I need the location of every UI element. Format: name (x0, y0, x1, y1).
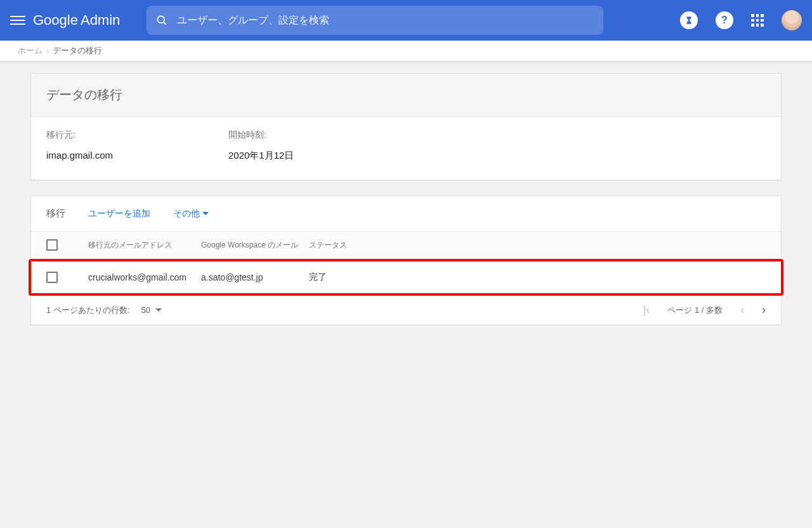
select-all-checkbox[interactable] (46, 239, 58, 251)
avatar[interactable] (782, 10, 802, 30)
table-header: 移行元のメールアドレス Google Workspace のメール ステータス (31, 232, 781, 259)
search-box[interactable] (147, 6, 603, 35)
source-block: 移行元: imap.gmail.com (46, 129, 228, 162)
source-label: 移行元: (46, 129, 228, 141)
help-icon[interactable]: ? (716, 11, 733, 29)
start-block: 開始時刻: 2020年1月12日 (228, 129, 410, 162)
col-status: ステータス (309, 240, 398, 251)
svg-line-1 (164, 22, 166, 25)
row-status: 完了 (309, 272, 398, 283)
chevron-down-icon (155, 308, 162, 312)
breadcrumb: ホーム › データの移行 (0, 41, 812, 62)
more-label: その他 (173, 208, 200, 220)
search-input[interactable] (177, 15, 594, 26)
highlighted-row: crucialworks@gmail.com a.sato@gtest.jp 完… (29, 259, 783, 296)
start-label: 開始時刻: (228, 129, 410, 141)
card-title: データの移行 (31, 74, 781, 117)
table-toolbar: 移行 ユーザーを追加 その他 (31, 196, 781, 232)
page-info: ページ 1 / 多数 (667, 305, 723, 316)
toolbar-title: 移行 (46, 208, 65, 220)
breadcrumb-home[interactable]: ホーム (18, 45, 43, 56)
chevron-down-icon (202, 212, 209, 215)
logo[interactable]: Google Admin (33, 12, 120, 29)
start-value: 2020年1月12日 (228, 150, 410, 162)
row-checkbox[interactable] (46, 272, 58, 283)
table-pager: 1 ページあたりの行数: 50 |‹ ページ 1 / 多数 ‹ › (31, 296, 781, 324)
col-source-email: 移行元のメールアドレス (88, 240, 201, 251)
migration-table-card: 移行 ユーザーを追加 その他 移行元のメールアドレス Google Worksp… (30, 195, 782, 325)
hourglass-icon[interactable] (680, 11, 698, 29)
first-page-icon[interactable]: |‹ (643, 303, 650, 317)
prev-page-icon[interactable]: ‹ (740, 303, 744, 317)
search-icon (155, 14, 168, 27)
apps-icon[interactable] (751, 14, 764, 27)
rows-per-page-value: 50 (141, 305, 150, 315)
add-user-button[interactable]: ユーザーを追加 (88, 208, 150, 220)
header-actions: ? (680, 10, 802, 30)
rows-per-page-select[interactable]: 50 (141, 305, 161, 315)
row-source: crucialworks@gmail.com (88, 272, 201, 282)
migration-info-card: データの移行 移行元: imap.gmail.com 開始時刻: 2020年1月… (30, 73, 782, 180)
app-header: Google Admin ? (0, 0, 812, 41)
more-button[interactable]: その他 (173, 208, 209, 220)
table-row[interactable]: crucialworks@gmail.com a.sato@gtest.jp 完… (31, 261, 781, 293)
svg-point-0 (158, 16, 165, 23)
logo-main: Google (33, 12, 78, 29)
col-workspace-email: Google Workspace のメール (201, 240, 309, 251)
row-ws: a.sato@gtest.jp (201, 272, 309, 282)
chevron-right-icon: › (46, 46, 49, 56)
logo-sub: Admin (81, 12, 120, 29)
source-value: imap.gmail.com (46, 150, 228, 161)
next-page-icon[interactable]: › (762, 303, 766, 317)
menu-icon[interactable] (10, 13, 25, 28)
rows-per-page-label: 1 ページあたりの行数: (46, 305, 129, 316)
breadcrumb-current: データの移行 (53, 45, 102, 56)
